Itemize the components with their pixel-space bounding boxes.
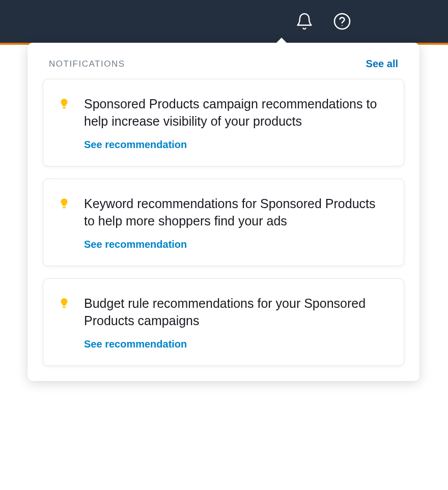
help-icon[interactable] [333,12,351,31]
bell-icon[interactable] [295,12,314,31]
popover-caret [275,38,288,44]
svg-point-0 [334,14,350,29]
card-body: Keyword recommendations for Sponsored Pr… [84,195,388,250]
lightbulb-icon [59,297,70,311]
popover-header: NOTIFICATIONS See all [43,56,404,79]
lightbulb-icon [59,98,70,112]
see-recommendation-link[interactable]: See recommendation [84,139,388,151]
see-all-link[interactable]: See all [366,58,398,70]
notification-card[interactable]: Keyword recommendations for Sponsored Pr… [43,179,404,266]
see-recommendation-link[interactable]: See recommendation [84,338,388,350]
top-navigation-bar [0,0,448,43]
card-body: Sponsored Products campaign recommendati… [84,96,388,151]
notification-title: Keyword recommendations for Sponsored Pr… [84,195,388,229]
see-recommendation-link[interactable]: See recommendation [84,239,388,250]
notification-title: Budget rule recommendations for your Spo… [84,295,388,329]
notification-card[interactable]: Budget rule recommendations for your Spo… [43,278,404,366]
notifications-popover: NOTIFICATIONS See all Sponsored Products… [27,43,419,381]
svg-point-1 [342,25,343,26]
notification-title: Sponsored Products campaign recommendati… [84,96,388,130]
lightbulb-icon [59,197,70,212]
card-body: Budget rule recommendations for your Spo… [84,295,388,350]
notification-card[interactable]: Sponsored Products campaign recommendati… [43,79,404,166]
notifications-title: NOTIFICATIONS [49,59,125,69]
